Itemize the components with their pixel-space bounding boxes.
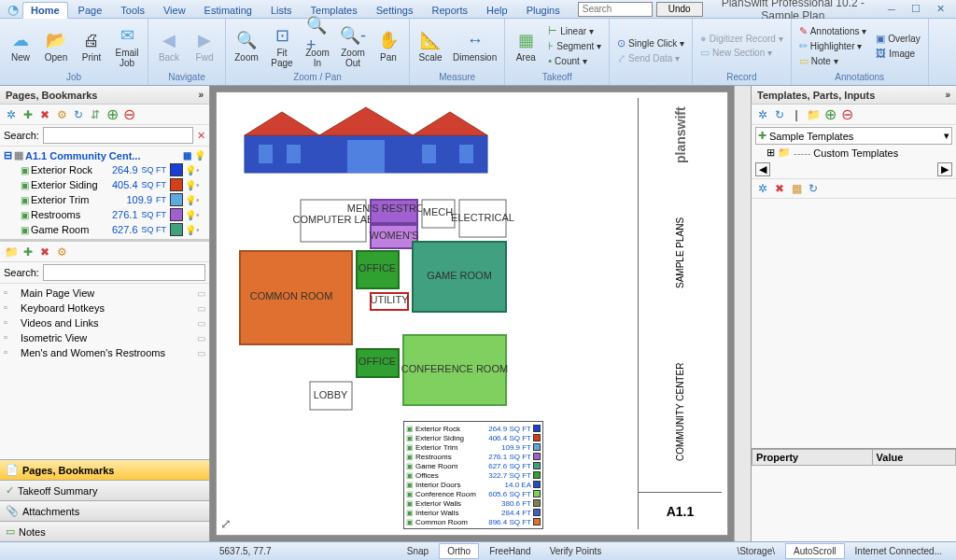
tree-item[interactable]: ▣Exterior Rock264.9SQ FT💡• — [4, 162, 205, 177]
parts-refresh-icon[interactable]: ↻ — [806, 181, 821, 196]
visibility-icon[interactable]: 💡 — [185, 195, 194, 205]
minimize-icon[interactable]: ─ — [883, 3, 900, 16]
drawing-canvas[interactable]: COMMON ROOM COMPUTER LAB MEN'S RESTROOM … — [216, 91, 728, 536]
pan-button[interactable]: ✋Pan — [372, 27, 405, 64]
prop-col-property[interactable]: Property — [752, 450, 873, 466]
tpl-refresh-icon[interactable]: ↻ — [772, 107, 787, 122]
expand-icon[interactable]: ⊟ — [4, 149, 12, 161]
accordion-notes[interactable]: ▭Notes — [0, 521, 209, 541]
tpl-gear-icon[interactable]: ✲ — [755, 107, 770, 122]
lock-icon[interactable]: • — [196, 165, 205, 175]
tree-item[interactable]: ▣Restrooms276.1SQ FT💡• — [4, 207, 205, 222]
status-mode-verifypoints[interactable]: Verify Points — [541, 543, 611, 559]
tree-expand-icon[interactable]: ⊞ — [766, 147, 775, 159]
bookmark-edit-icon[interactable]: ▭ — [197, 303, 205, 314]
tab-settings[interactable]: Settings — [368, 2, 422, 19]
annotations-button[interactable]: ✎ Annotations ▾ — [795, 24, 871, 38]
lock-icon[interactable]: • — [196, 195, 205, 205]
visibility-icon[interactable]: 💡 — [185, 180, 194, 190]
fit-page-button[interactable]: ⊡FitPage — [265, 22, 299, 70]
scroll-right-icon[interactable]: ▶ — [937, 162, 952, 176]
minus-circle-icon[interactable]: ⊖ — [121, 107, 136, 122]
tree-root[interactable]: ⊟ ▦ A1.1 Community Cent... ▦ 💡 — [4, 148, 205, 162]
maximize-icon[interactable]: ☐ — [907, 3, 924, 16]
status-storage[interactable]: \Storage\ — [728, 543, 783, 559]
add-bookmark-icon[interactable]: ✚ — [21, 245, 35, 259]
tab-estimating[interactable]: Estimating — [196, 2, 260, 19]
bookmark-edit-icon[interactable]: ▭ — [197, 288, 205, 299]
bookmark-settings-icon[interactable]: ⚙ — [54, 245, 69, 259]
lock-icon[interactable]: • — [196, 225, 205, 235]
email-job-button[interactable]: ✉EmailJob — [110, 22, 144, 70]
bookmark-item[interactable]: ▫Isometric View▭ — [2, 330, 207, 345]
expand-canvas-icon[interactable]: ⤢ — [220, 516, 232, 531]
zoom-in-button[interactable]: 🔍+ZoomIn — [301, 22, 334, 70]
visibility-icon[interactable]: 💡 — [185, 165, 194, 175]
accordion-takeoff-summary[interactable]: ✓Takeoff Summary — [0, 480, 209, 500]
bookmark-item[interactable]: ▫Main Page View▭ — [2, 286, 207, 301]
bookmark-item[interactable]: ▫Men's and Women's Restrooms▭ — [2, 345, 207, 360]
remove-bookmark-icon[interactable]: ✖ — [37, 245, 52, 259]
bookmark-edit-icon[interactable]: ▭ — [197, 333, 205, 343]
clear-search-icon[interactable]: ✕ — [197, 130, 205, 142]
status-mode-freehand[interactable]: FreeHand — [481, 543, 539, 559]
bookmark-item[interactable]: ▫Keyboard Hotkeys▭ — [2, 301, 207, 315]
gear-icon[interactable]: ✲ — [4, 107, 19, 122]
tab-view[interactable]: View — [155, 2, 194, 19]
dimension-button[interactable]: ↔Dimension — [449, 27, 500, 64]
scale-button[interactable]: 📐Scale — [414, 27, 447, 64]
lock-icon[interactable]: • — [196, 210, 205, 220]
plus-circle-icon[interactable]: ⊕ — [105, 107, 120, 122]
scroll-left-icon[interactable]: ◀ — [755, 162, 770, 176]
overlay-button[interactable]: ▣ Overlay — [872, 32, 923, 46]
close-icon[interactable]: ✕ — [932, 3, 949, 16]
tab-lists[interactable]: Lists — [262, 2, 301, 19]
tpl-remove-icon[interactable]: ⊖ — [839, 107, 854, 122]
highlighter-button[interactable]: ✏ Highlighter ▾ — [795, 39, 871, 53]
bookmark-edit-icon[interactable]: ▭ — [197, 318, 205, 329]
visibility-icon[interactable]: 💡 — [185, 210, 194, 220]
tab-reports[interactable]: Reports — [423, 2, 476, 19]
template-dropdown[interactable]: ✚ Sample Templates ▾ — [755, 127, 952, 145]
accordion-pages-bookmarks[interactable]: 📄Pages, Bookmarks — [0, 459, 209, 480]
pages-search-input[interactable] — [43, 127, 193, 144]
new-button[interactable]: ☁New — [4, 27, 37, 64]
add-icon[interactable]: ✚ — [21, 107, 35, 122]
status-internetconnected[interactable]: Internet Connected... — [847, 543, 950, 559]
titlebar-search-input[interactable] — [578, 2, 653, 17]
vertical-scrollbar[interactable] — [734, 86, 751, 541]
segment-button[interactable]: ⊦ Segment ▾ — [544, 39, 605, 53]
accordion-attachments[interactable]: 📎Attachments — [0, 500, 209, 521]
bookmark-edit-icon[interactable]: ▭ — [197, 348, 205, 358]
tab-help[interactable]: Help — [478, 2, 516, 19]
single-click-button[interactable]: ⊙ Single Click ▾ — [613, 36, 688, 50]
color-swatch[interactable] — [170, 223, 183, 236]
titlebar-undo-button[interactable]: Undo — [656, 2, 703, 17]
refresh-icon[interactable]: ↻ — [71, 107, 86, 122]
image-button[interactable]: 🖼 Image — [872, 47, 923, 60]
settings-icon[interactable]: ⚙ — [54, 107, 69, 122]
folder-icon[interactable]: 📁 — [4, 245, 19, 259]
tab-tools[interactable]: Tools — [112, 2, 153, 19]
tab-plugins[interactable]: Plugins — [518, 2, 569, 19]
status-autoscroll[interactable]: AutoScroll — [785, 543, 845, 559]
tpl-add-icon[interactable]: ⊕ — [822, 107, 837, 122]
tpl-folder-icon[interactable]: 📁 — [806, 107, 821, 122]
color-swatch[interactable] — [170, 163, 183, 176]
parts-grid-icon[interactable]: ▦ — [789, 181, 804, 196]
delete-icon[interactable]: ✖ — [37, 107, 52, 122]
print-button[interactable]: 🖨Print — [75, 27, 108, 64]
tree-item[interactable]: ▣Exterior Siding405.4SQ FT💡• — [4, 177, 205, 192]
lock-icon[interactable]: • — [196, 180, 205, 190]
status-mode-snap[interactable]: Snap — [399, 543, 437, 559]
tree-item[interactable]: ▣Exterior Trim109.9FT💡• — [4, 192, 205, 207]
parts-gear-icon[interactable]: ✲ — [755, 181, 770, 196]
left-panel-collapse-icon[interactable]: » — [198, 90, 204, 100]
visibility-icon[interactable]: 💡 — [185, 225, 194, 235]
tab-page[interactable]: Page — [70, 2, 111, 19]
bookmark-item[interactable]: ▫Videos and Links▭ — [2, 315, 207, 330]
prop-col-value[interactable]: Value — [872, 450, 955, 466]
note-button[interactable]: ▭ Note ▾ — [795, 54, 871, 68]
color-swatch[interactable] — [170, 193, 183, 206]
color-swatch[interactable] — [170, 178, 183, 191]
